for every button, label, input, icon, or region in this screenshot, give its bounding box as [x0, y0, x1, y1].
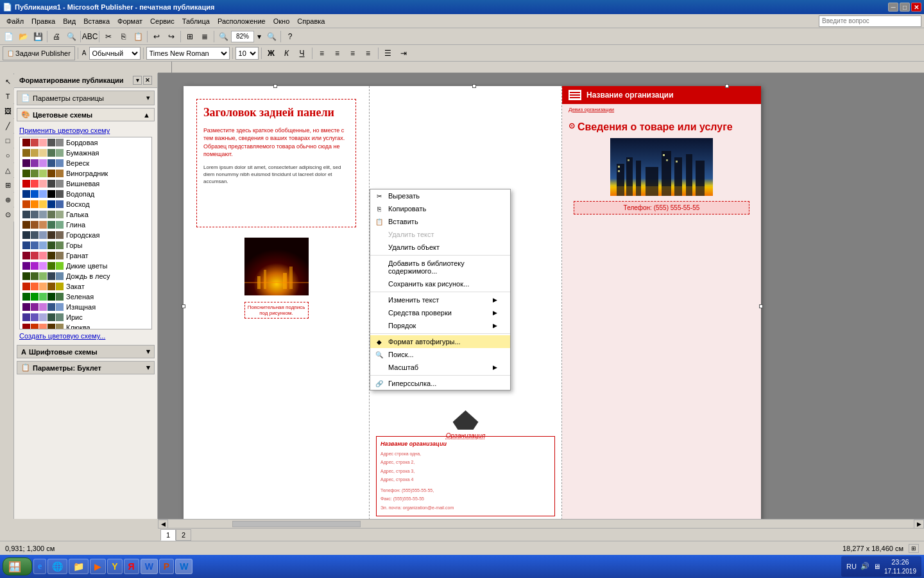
minimize-button[interactable]: ─ [888, 3, 898, 12]
context-menu-item[interactable]: ◆Формат автофигуры... [370, 335, 510, 348]
scheme-item[interactable]: Глина [20, 220, 151, 230]
scheme-item[interactable]: Городская [20, 230, 151, 240]
page-tab-2[interactable]: 2 [176, 529, 191, 541]
menu-edit[interactable]: Правка [28, 16, 59, 26]
font-name-select[interactable]: Times New Roman [146, 47, 230, 60]
indent-button[interactable]: ⇥ [397, 46, 411, 60]
preview-button[interactable]: 🔍 [64, 30, 78, 44]
context-menu-item[interactable]: ✂Вырезать [370, 189, 510, 202]
paste-button[interactable]: 📋 [131, 30, 145, 44]
scroll-thumb[interactable] [232, 521, 361, 527]
panel-close-btn[interactable]: ✕ [143, 76, 152, 85]
align-center-button[interactable]: ≡ [330, 46, 345, 60]
yandex-button[interactable]: Y [107, 559, 122, 574]
zoom-tool[interactable]: ⊙ [1, 207, 15, 222]
scheme-item[interactable]: Вереск [20, 158, 151, 168]
context-menu-item[interactable]: Удалить объект [370, 241, 510, 254]
font-style-select[interactable]: Обычный [89, 47, 141, 60]
list-button[interactable]: ☰ [381, 46, 395, 60]
word-button[interactable]: W [141, 559, 158, 574]
bold-button[interactable]: Ж [264, 46, 278, 60]
context-menu-item[interactable]: ⎘Копировать [370, 202, 510, 215]
align-right-button[interactable]: ≡ [346, 46, 360, 60]
oval-tool[interactable]: ○ [1, 148, 15, 162]
scheme-item[interactable]: Изящная [20, 302, 151, 312]
connect-tool[interactable]: ⊕ [1, 193, 15, 207]
start-button[interactable]: 🪟 [3, 557, 32, 575]
menu-table[interactable]: Таблица [178, 16, 214, 26]
globe-button[interactable]: 🌐 [47, 559, 67, 574]
context-menu-item[interactable]: Порядок▶ [370, 319, 510, 332]
handle-top-mid[interactable] [273, 84, 277, 88]
scroll-left-btn[interactable]: ◀ [158, 520, 168, 529]
handle-top-right[interactable] [725, 84, 729, 88]
table-tool[interactable]: ⊞ [1, 178, 15, 192]
cut-button[interactable]: ✂ [101, 30, 116, 44]
rect-tool[interactable]: □ [1, 134, 15, 148]
context-menu-item[interactable]: 🔗Гиперссылка... [370, 377, 510, 390]
columns-button[interactable]: ≣ [198, 30, 212, 44]
line-tool[interactable]: ╱ [1, 119, 15, 133]
status-icon[interactable]: ⊞ [909, 544, 919, 553]
image-tool[interactable]: 🖼 [1, 104, 15, 118]
canvas-area[interactable]: Заголовок задней панели Разместите здесь… [158, 73, 924, 519]
scheme-item[interactable]: Бумажная [20, 148, 151, 158]
context-menu-item[interactable]: Масштаб▶ [370, 361, 510, 374]
scheme-item[interactable]: Дикие цветы [20, 261, 151, 271]
save-button[interactable]: 💾 [31, 30, 45, 44]
scheme-item[interactable]: Зеленая [20, 292, 151, 302]
redo-button[interactable]: ↪ [164, 30, 178, 44]
close-button[interactable]: ✕ [911, 3, 921, 12]
apply-scheme-link[interactable]: Применить цветовую схему [19, 127, 152, 134]
ie-button[interactable]: e [33, 559, 46, 574]
help-button[interactable]: ? [283, 30, 297, 44]
context-menu-item[interactable]: Изменить текст▶ [370, 293, 510, 306]
print-button[interactable]: 🖨 [49, 30, 64, 44]
powerpoint-button[interactable]: P [159, 559, 174, 574]
page-params-section[interactable]: 📄 Параметры страницы ▾ [17, 91, 155, 105]
scheme-item[interactable]: Ирис [20, 312, 151, 322]
context-menu-item[interactable]: Добавить в библиотеку содержимого... [370, 257, 510, 277]
scheme-item[interactable]: Виноградник [20, 168, 151, 179]
context-menu-item[interactable]: 🔍Поиск... [370, 348, 510, 361]
scheme-list[interactable]: БордоваяБумажнаяВерескВиноградникВишнева… [19, 137, 152, 329]
scheme-item[interactable]: Водопад [20, 189, 151, 199]
zoom-input[interactable] [231, 31, 254, 42]
yandex2-button[interactable]: Я [124, 559, 139, 574]
align-left-button[interactable]: ≡ [315, 46, 329, 60]
booklet-params-header[interactable]: 📋 Параметры: Буклет ▾ [17, 361, 155, 374]
create-scheme-link[interactable]: Создать цветовую схему... [19, 332, 152, 340]
handle-left[interactable] [182, 304, 185, 308]
menu-window[interactable]: Окно [270, 16, 294, 26]
maximize-button[interactable]: □ [900, 3, 910, 12]
page-tab-1[interactable]: 1 [160, 529, 176, 541]
menu-help[interactable]: Справка [293, 16, 329, 26]
scheme-item[interactable]: Дождь в лесу [20, 271, 151, 281]
handle-top-center[interactable] [472, 84, 476, 88]
menu-format[interactable]: Формат [114, 16, 146, 26]
menu-insert[interactable]: Вставка [80, 16, 114, 26]
scheme-item[interactable]: Горы [20, 240, 151, 250]
underline-button[interactable]: Ч [295, 46, 309, 60]
panel-settings-btn[interactable]: ▾ [133, 76, 142, 85]
scheme-item[interactable]: Галька [20, 209, 151, 220]
context-menu-item[interactable]: Средства проверки▶ [370, 306, 510, 319]
scheme-item[interactable]: Восход [20, 199, 151, 209]
scheme-item[interactable]: Гранат [20, 250, 151, 261]
open-button[interactable]: 📂 [16, 30, 30, 44]
italic-button[interactable]: К [280, 46, 294, 60]
horizontal-scrollbar[interactable]: ◀ ▶ [158, 519, 924, 528]
zoom-in-button[interactable]: 🔍 [264, 30, 278, 44]
menu-file[interactable]: Файл [3, 16, 28, 26]
font-size-select[interactable]: 10 [235, 47, 259, 60]
explorer-button[interactable]: 📁 [69, 559, 89, 574]
new-button[interactable]: 📄 [1, 30, 15, 44]
scroll-track[interactable] [168, 521, 914, 527]
scheme-item[interactable]: Клюква [20, 322, 151, 329]
font-schemes-header[interactable]: A Шрифтовые схемы ▾ [17, 345, 155, 358]
spell-button[interactable]: ABC [83, 30, 97, 44]
shape-tool[interactable]: △ [1, 163, 15, 177]
color-schemes-header[interactable]: 🎨 Цветовые схемы ▲ [17, 108, 155, 121]
zoom-out-button[interactable]: 🔍 [216, 30, 230, 44]
menu-view[interactable]: Вид [59, 16, 80, 26]
